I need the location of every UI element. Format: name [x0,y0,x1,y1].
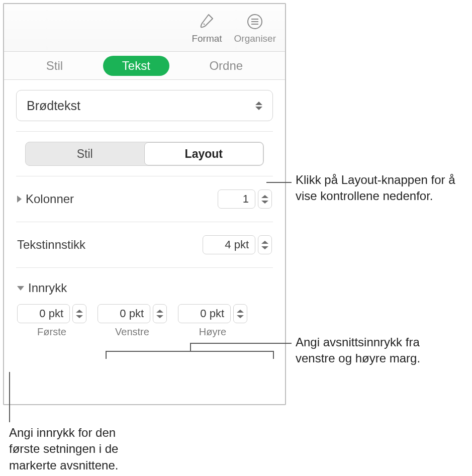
indent-left-label: Venstre [115,326,149,338]
callout-line [190,343,292,344]
chevron-up-icon [261,241,268,244]
callout-layout: Klikk på Layout-knappen for å vise kontr… [296,172,461,205]
divider [16,176,273,176]
divider [16,131,273,132]
textinset-input[interactable]: 4 pkt [203,235,255,254]
indent-controls: 0 pkt Første 0 pkt Venstre [16,304,273,341]
indent-header[interactable]: Innrykk [16,278,273,298]
indent-left-input[interactable]: 0 pkt [98,304,150,323]
chevron-down-icon [76,315,83,318]
format-sidebar: Format Organiser Stil Tekst Ordne Brødte… [3,3,286,405]
inspector-tabs: Stil Tekst Ordne [4,52,285,80]
list-icon [245,12,265,32]
tab-stil[interactable]: Stil [27,56,82,76]
indent-first-input[interactable]: 0 pkt [17,304,70,323]
callout-first: Angi innrykk for den første setningen i … [9,425,150,473]
chevron-up-icon [156,310,163,313]
chevron-down-icon [17,286,24,291]
callout-bracket [106,351,274,352]
chevron-up-icon [76,310,83,313]
indent-first-col: 0 pkt Første [17,304,86,338]
paragraph-style-value: Brødtekst [27,99,80,113]
organiser-toolbar-button[interactable]: Organiser [234,12,276,44]
columns-stepper[interactable] [258,189,272,209]
callout-line [9,372,10,422]
paragraph-style-select[interactable]: Brødtekst [16,90,273,121]
divider [16,222,273,222]
segment-stil[interactable]: Stil [26,142,144,165]
textinset-stepper[interactable] [258,235,272,254]
indent-right-label: Høyre [199,326,226,338]
chevron-up-icon [237,310,244,313]
indent-first-label: Første [37,326,66,338]
callout-line [266,182,292,183]
indent-right-stepper[interactable] [233,304,247,323]
organiser-label: Organiser [234,33,276,44]
panel-body: Brødtekst Stil Layout Kolonner 1 [4,80,285,351]
tab-tekst[interactable]: Tekst [103,56,169,76]
chevron-down-icon [261,246,268,249]
indent-label: Innrykk [28,281,67,295]
indent-left-stepper[interactable] [153,304,167,323]
textinset-label: Tekstinnstikk [17,238,85,252]
indent-right-input[interactable]: 0 pkt [178,304,231,323]
callout-line [190,343,191,351]
chevron-right-icon [17,196,22,203]
segment-layout[interactable]: Layout [144,142,264,165]
chevron-down-icon [237,315,244,318]
columns-stepper-group: 1 [218,189,272,209]
format-toolbar-button[interactable]: Format [192,12,222,44]
paintbrush-icon [197,12,217,32]
chevron-down-icon [261,201,268,204]
callout-margins: Angi avsnittsinnrykk fra venstre og høyr… [296,334,461,367]
indent-right-col: 0 pkt Høyre [178,304,247,338]
indent-first-stepper[interactable] [72,304,86,323]
chevron-updown-icon [255,102,262,110]
columns-row: Kolonner 1 [16,186,273,212]
textinset-row: Tekstinnstikk 4 pkt [16,232,273,257]
chevron-down-icon [156,315,163,318]
textinset-stepper-group: 4 pkt [203,235,272,254]
columns-label: Kolonner [26,192,74,206]
columns-input[interactable]: 1 [218,189,255,209]
indent-left-col: 0 pkt Venstre [98,304,167,338]
stil-layout-segmented: Stil Layout [25,142,264,166]
columns-label-group[interactable]: Kolonner [17,192,74,206]
format-label: Format [192,33,222,44]
chevron-up-icon [261,195,268,198]
toolbar: Format Organiser [4,4,285,52]
tab-ordne[interactable]: Ordne [190,56,262,76]
divider [16,267,273,268]
